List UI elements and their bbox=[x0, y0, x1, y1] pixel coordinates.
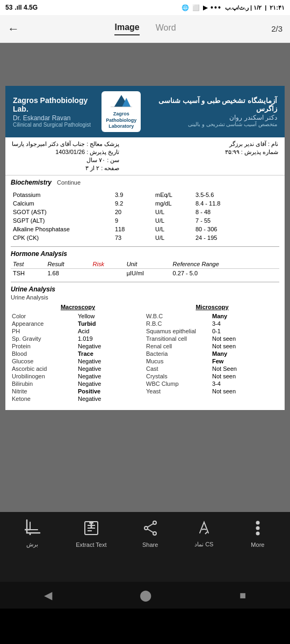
doctor-name-en: Dr. Eskandar Ravan bbox=[13, 114, 102, 122]
header-left-en: Zagros Pathobiology Lab. Dr. Eskandar Ra… bbox=[13, 96, 102, 128]
micro-value: 3-4 bbox=[212, 320, 278, 327]
header-right-fa: آزمایشگاه تشخیص طبی و آسیب شناسی زاگرس د… bbox=[141, 97, 277, 127]
nav-recents-button[interactable]: ■ bbox=[240, 589, 246, 602]
mountain-icon bbox=[111, 93, 132, 109]
tab-image[interactable]: Image bbox=[114, 23, 139, 35]
svg-point-12 bbox=[153, 532, 156, 535]
micro-value: 0-1 bbox=[212, 328, 278, 334]
urine-subtitle: Urine Analysis bbox=[11, 294, 279, 301]
patient-age: سن : ۷۰ سال bbox=[12, 157, 119, 164]
macro-value: 1.019 bbox=[78, 335, 144, 342]
toolbar-item-cs[interactable]: نماد CS bbox=[194, 517, 214, 548]
toolbar-item-share[interactable]: Share bbox=[140, 518, 161, 548]
bio-table-row: SGPT (ALT) 9 U/L 7 - 55 bbox=[11, 216, 279, 225]
micro-label: Yeast bbox=[146, 388, 212, 394]
grey-space-top bbox=[0, 43, 290, 86]
bottom-toolbar: برش T Extract Text bbox=[0, 512, 290, 582]
bio-name: SGOT (AST) bbox=[11, 208, 113, 216]
bio-value: 9 bbox=[113, 216, 153, 225]
bio-ref: 7 - 55 bbox=[193, 216, 279, 225]
cs-icon bbox=[194, 517, 214, 538]
share-icon-svg bbox=[142, 519, 159, 537]
micro-row: R.B.C 3-4 bbox=[145, 320, 279, 327]
referring-doctor: پزشک معالج : جناب آقای دکتر امیرجواد یار… bbox=[12, 141, 119, 148]
biochemistry-title: Biochemistry bbox=[11, 179, 52, 186]
micro-label: Squamus epithelial bbox=[146, 328, 212, 334]
macro-row: Glucose Negative bbox=[11, 357, 145, 365]
bio-name: CPK (CK) bbox=[11, 233, 113, 242]
macro-value: Negative bbox=[78, 343, 144, 349]
macro-row: Protein Negative bbox=[11, 342, 145, 350]
patient-name: نام : آقای ندیر برزگر bbox=[225, 141, 278, 148]
bio-unit: U/L bbox=[153, 208, 193, 216]
toolbar-items: برش T Extract Text bbox=[0, 517, 290, 548]
bio-value: 118 bbox=[113, 225, 153, 233]
macro-value: Trace bbox=[78, 350, 144, 357]
hormone-test: TSH bbox=[11, 269, 45, 278]
bio-table-row: CPK (CK) 73 U/L 24 - 195 bbox=[11, 233, 279, 242]
divider-bio-hormone bbox=[11, 246, 279, 247]
extract-icon-svg: T bbox=[83, 519, 100, 537]
micro-row: Transitional cell Not seen bbox=[145, 335, 279, 342]
hormone-col-risk: Risk bbox=[91, 260, 125, 269]
hormone-col-unit: Unit bbox=[125, 260, 171, 269]
macro-value: Negative bbox=[78, 358, 144, 364]
bio-table-row: Alkaline Phosphatase 118 U/L 80 - 306 bbox=[11, 225, 279, 233]
micro-label: Bacteria bbox=[146, 350, 212, 357]
micro-row: Squamus epithelial 0-1 bbox=[145, 327, 279, 335]
hormone-col-test: Test bbox=[11, 260, 45, 269]
micro-label: Cast bbox=[146, 365, 212, 372]
micro-value: 3-4 bbox=[212, 380, 278, 387]
micro-label: Crystals bbox=[146, 373, 212, 379]
svg-point-17 bbox=[256, 526, 259, 529]
macro-value: Acid bbox=[78, 328, 144, 334]
macro-label: Sp. Gravity bbox=[12, 335, 78, 342]
micro-value: Many bbox=[212, 313, 278, 319]
toolbar-item-more[interactable]: More bbox=[248, 518, 268, 548]
status-right: ۲۱:۴۱ | ۱/۲ | ر.ث/پ.ب ••• ▶ ⬜ 🌐 bbox=[182, 3, 285, 12]
report-content: Biochemistry Continue Potassium 3.9 mEq/… bbox=[5, 175, 285, 410]
hormone-title: Hormone Analysis bbox=[11, 250, 279, 258]
hormone-table-row: TSH 1.68 µIU/ml 0.27 - 5.0 bbox=[11, 269, 279, 278]
svg-line-15 bbox=[205, 532, 207, 534]
dots-menu-icon[interactable]: ••• bbox=[211, 3, 222, 12]
back-button[interactable]: ← bbox=[8, 22, 19, 36]
urine-section: Urine Analysis Urine Analysis Macroscopy… bbox=[11, 286, 279, 402]
tab-word[interactable]: Word bbox=[156, 23, 176, 35]
toolbar-item-extract[interactable]: T Extract Text bbox=[76, 518, 106, 548]
toolbar-item-crop[interactable]: برش bbox=[22, 517, 42, 548]
biochemistry-section: Biochemistry Continue Potassium 3.9 mEq/… bbox=[11, 179, 279, 242]
bio-table-row: SGOT (AST) 20 U/L 8 - 48 bbox=[11, 208, 279, 216]
bio-ref: 3.5-5.6 bbox=[193, 191, 279, 199]
macro-row: Color Yellow bbox=[11, 312, 145, 320]
micro-label: Transitional cell bbox=[146, 335, 212, 342]
macro-label: Ascorbic acid bbox=[12, 365, 78, 372]
bio-name: Potassium bbox=[11, 191, 113, 199]
hormone-table: Test Result Risk Unit Reference Range TS… bbox=[11, 260, 279, 277]
share-icon bbox=[140, 518, 161, 538]
nav-back-button[interactable]: ◀ bbox=[44, 589, 52, 602]
macro-row: Bilirubin Negative bbox=[11, 380, 145, 387]
divider-hormone-urine bbox=[11, 282, 279, 282]
macro-value: Yellow bbox=[78, 313, 144, 319]
macro-value: Turbid bbox=[78, 320, 144, 327]
page-number: صفحه : ۲ از ۳ bbox=[12, 165, 119, 172]
nav-bar: ◀ ⬤ ■ bbox=[0, 582, 290, 609]
top-nav: ← Image Word 2/3 bbox=[0, 15, 290, 43]
document-container: Zagros Pathobiology Lab. Dr. Eskandar Ra… bbox=[0, 86, 290, 415]
macro-label: Protein bbox=[12, 343, 78, 349]
urine-grid: Macroscopy Color Yellow Appearance Turbi… bbox=[11, 304, 279, 402]
nav-home-button[interactable]: ⬤ bbox=[140, 589, 151, 602]
nav-tabs: Image Word bbox=[114, 23, 176, 35]
more-icon-svg bbox=[249, 519, 266, 537]
macro-row: Ketone Negative bbox=[11, 395, 145, 402]
macro-row: Blood Trace bbox=[11, 350, 145, 357]
browser-icon: 🌐 bbox=[182, 4, 189, 11]
micro-row: Mucus Few bbox=[145, 357, 279, 365]
bio-unit: mEq/L bbox=[153, 191, 193, 199]
cs-icon-svg bbox=[195, 519, 213, 536]
macro-label: Bilirubin bbox=[12, 380, 78, 387]
hormone-section: Hormone Analysis Test Result Risk Unit R… bbox=[11, 250, 279, 277]
urine-micro: Microscopy W.B.C Many R.B.C 3-4 Squamus … bbox=[145, 304, 279, 402]
macro-row: Nitrite Positive bbox=[11, 387, 145, 395]
